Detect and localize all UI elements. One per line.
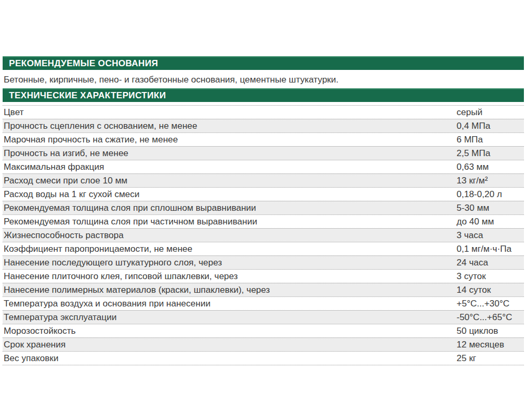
section-title-technical-characteristics: ТЕХНИЧЕСКИЕ ХАРАКТЕРИСТИКИ: [9, 90, 166, 101]
row-value: серый: [457, 107, 524, 118]
row-label: Нанесение последующего штукатурного слоя…: [3, 258, 457, 268]
row-label: Максимальная фракция: [3, 162, 457, 172]
row-label: Нанесение плиточного клея, гипсовой шпак…: [3, 271, 457, 282]
table-row: Нанесение последующего штукатурного слоя…: [3, 255, 524, 269]
row-label: Прочность сцепления с основанием, не мен…: [3, 121, 457, 131]
row-value: 0,18-0,20 л: [457, 189, 524, 200]
table-row: Вес упаковки 25 кг: [3, 351, 524, 365]
row-label: Вес упаковки: [3, 353, 457, 364]
row-label: Температура воздуха и основания при нане…: [3, 299, 457, 309]
row-label: Температура эксплуатации: [3, 312, 457, 323]
table-row: Срок хранения 12 месяцев: [3, 337, 524, 351]
row-label: Нанесение полимерных материалов (краски,…: [3, 285, 457, 295]
section-header-recommended-bases: РЕКОМЕНДУЕМЫЕ ОСНОВАНИЯ: [3, 56, 524, 70]
table-row: Прочность на изгиб, не менее 2,5 МПа: [3, 146, 524, 160]
table-row: Расход воды на 1 кг сухой смеси 0,18-0,2…: [3, 187, 524, 201]
row-label: Рекомендуемая толщина слоя при частичном…: [3, 217, 457, 227]
row-label: Жизнеспособность раствора: [3, 230, 457, 241]
row-label: Цвет: [3, 107, 457, 118]
table-row: Температура эксплуатации -50°С...+65°С: [3, 310, 524, 324]
row-label: Расход смеси при слое 10 мм: [3, 176, 457, 186]
row-label: Коэффициент паропроницаемости, не менее: [3, 244, 457, 254]
table-row: Цвет серый: [3, 105, 524, 119]
table-row: Жизнеспособность раствора 3 часа: [3, 228, 524, 242]
table-row: Максимальная фракция 0,63 мм: [3, 160, 524, 173]
table-row: Марочная прочность на сжатие, не менее 6…: [3, 132, 524, 146]
row-value: 0,1 мг/м·ч·Па: [457, 244, 524, 254]
section-title-recommended-bases: РЕКОМЕНДУЕМЫЕ ОСНОВАНИЯ: [9, 58, 158, 69]
row-value: 12 месяцев: [457, 340, 524, 350]
row-value: 6 МПа: [457, 135, 524, 145]
table-row: Рекомендуемая толщина слоя при сплошном …: [3, 201, 524, 214]
row-label: Срок хранения: [3, 340, 457, 350]
recommended-bases-text: Бетонные, кирпичные, пено- и газобетонны…: [3, 71, 524, 88]
spec-table: Цвет серый Прочность сцепления с основан…: [3, 105, 524, 365]
row-value: 5-30 мм: [457, 203, 524, 213]
table-row: Нанесение плиточного клея, гипсовой шпак…: [3, 269, 524, 283]
table-row: Прочность сцепления с основанием, не мен…: [3, 119, 524, 132]
table-row: Расход смеси при слое 10 мм 13 кг/м²: [3, 173, 524, 187]
document-page: РЕКОМЕНДУЕМЫЕ ОСНОВАНИЯ Бетонные, кирпич…: [0, 0, 526, 420]
row-value: 50 циклов: [457, 326, 524, 336]
row-value: 24 часа: [457, 258, 524, 268]
row-value: 3 суток: [457, 271, 524, 282]
row-value: 25 кг: [457, 353, 524, 364]
row-value: до 40 мм: [457, 217, 524, 227]
row-value: 3 часа: [457, 230, 524, 241]
row-value: -50°С...+65°С: [457, 312, 524, 323]
row-label: Расход воды на 1 кг сухой смеси: [3, 189, 457, 200]
row-value: 13 кг/м²: [457, 176, 524, 186]
row-value: +5°С...+30°С: [457, 299, 524, 309]
table-row: Рекомендуемая толщина слоя при частичном…: [3, 214, 524, 228]
row-value: 2,5 МПа: [457, 148, 524, 159]
row-label: Марочная прочность на сжатие, не менее: [3, 135, 457, 145]
row-label: Рекомендуемая толщина слоя при сплошном …: [3, 203, 457, 213]
table-row: Температура воздуха и основания при нане…: [3, 296, 524, 310]
row-label: Прочность на изгиб, не менее: [3, 148, 457, 159]
row-value: 0,4 МПа: [457, 121, 524, 131]
table-row: Коэффициент паропроницаемости, не менее …: [3, 242, 524, 255]
section-header-technical-characteristics: ТЕХНИЧЕСКИЕ ХАРАКТЕРИСТИКИ: [3, 88, 524, 102]
table-row: Нанесение полимерных материалов (краски,…: [3, 283, 524, 296]
table-row: Морозостойкость 50 циклов: [3, 324, 524, 337]
row-value: 14 суток: [457, 285, 524, 295]
row-value: 0,63 мм: [457, 162, 524, 172]
row-label: Морозостойкость: [3, 326, 457, 336]
